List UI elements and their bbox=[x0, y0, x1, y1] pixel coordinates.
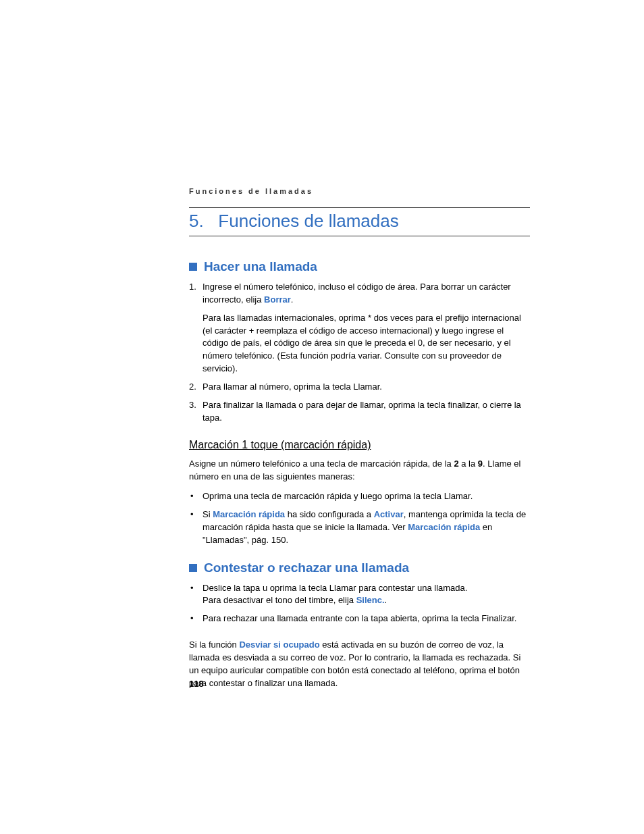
bullet-icon: • bbox=[189, 613, 203, 625]
bullet-list: • Oprima una tecla de marcación rápida y… bbox=[189, 490, 530, 546]
item-content: Si Marcación rápida ha sido configurada … bbox=[203, 509, 530, 547]
item-content: Ingrese el número telefónico, incluso el… bbox=[203, 281, 530, 375]
page-number: 118 bbox=[189, 679, 204, 689]
bold-text: 2 bbox=[454, 459, 458, 469]
text: Asigne un número telefónico a una tecla … bbox=[189, 459, 454, 469]
text: Si bbox=[203, 509, 213, 519]
text: Para desactivar el tono del timbre, elij… bbox=[203, 595, 356, 605]
bullet-list: • Deslice la tapa u oprima la tecla Llam… bbox=[189, 582, 530, 626]
list-item: • Oprima una tecla de marcación rápida y… bbox=[189, 490, 530, 503]
text: . bbox=[291, 294, 294, 305]
list-item: • Si Marcación rápida ha sido configurad… bbox=[189, 509, 530, 547]
link-activar[interactable]: Activar bbox=[374, 509, 404, 519]
section-title-text: Contestar o rechazar una llamada bbox=[204, 561, 409, 575]
text: . bbox=[385, 595, 387, 605]
text: ha sido configurada a bbox=[285, 509, 374, 519]
paragraph: Asigne un número telefónico a una tecla … bbox=[189, 458, 530, 484]
square-bullet-icon bbox=[189, 564, 197, 572]
bold-text: 9 bbox=[478, 459, 483, 469]
bullet-icon: • bbox=[189, 582, 203, 608]
chapter-number: 5. bbox=[189, 211, 204, 231]
running-header: Funciones de llamadas bbox=[189, 187, 530, 195]
bullet-icon: • bbox=[189, 490, 203, 503]
section-contestar-rechazar: Contestar o rechazar una llamada bbox=[189, 561, 530, 575]
item-number: 1. bbox=[189, 281, 203, 375]
text: Si la función bbox=[189, 640, 239, 650]
paragraph: Si la función Desviar si ocupado está ac… bbox=[189, 639, 530, 689]
list-item: 3. Para finalizar la llamada o para deja… bbox=[189, 399, 530, 425]
text: Deslice la tapa u oprima la tecla Llamar… bbox=[203, 582, 530, 595]
square-bullet-icon bbox=[189, 263, 197, 271]
section-title-text: Hacer una llamada bbox=[204, 259, 317, 274]
item-content: Deslice la tapa u oprima la tecla Llamar… bbox=[203, 582, 530, 608]
list-item: • Para rechazar una llamada entrante con… bbox=[189, 613, 530, 625]
ordered-list: 1. Ingrese el número telefónico, incluso… bbox=[189, 281, 530, 424]
item-content: Para finalizar la llamada o para dejar d… bbox=[203, 399, 530, 425]
text: Ingrese el número telefónico, incluso el… bbox=[203, 282, 511, 305]
chapter-title: 5. Funciones de llamadas bbox=[189, 207, 530, 236]
text-line: Para desactivar el tono del timbre, elij… bbox=[203, 594, 530, 607]
subsection-marcacion-rapida: Marcación 1 toque (marcación rápida) bbox=[189, 439, 530, 451]
link-silenc[interactable]: Silenc. bbox=[356, 595, 385, 605]
list-item: • Deslice la tapa u oprima la tecla Llam… bbox=[189, 582, 530, 608]
list-item: 2. Para llamar al número, oprima la tecl… bbox=[189, 381, 530, 394]
item-number: 2. bbox=[189, 381, 203, 394]
item-content: Para rechazar una llamada entrante con l… bbox=[203, 613, 530, 625]
chapter-name: Funciones de llamadas bbox=[218, 211, 398, 231]
sub-paragraph: Para las llamadas internacionales, oprim… bbox=[203, 312, 530, 375]
section-hacer-llamada: Hacer una llamada bbox=[189, 259, 530, 274]
link-marcacion-rapida-ref[interactable]: Marcación rápida bbox=[408, 522, 480, 532]
link-marcacion-rapida[interactable]: Marcación rápida bbox=[213, 509, 285, 519]
link-borrar[interactable]: Borrar bbox=[264, 294, 291, 305]
list-item: 1. Ingrese el número telefónico, incluso… bbox=[189, 281, 530, 375]
item-content: Oprima una tecla de marcación rápida y l… bbox=[203, 490, 530, 503]
link-desviar-ocupado[interactable]: Desviar si ocupado bbox=[239, 640, 319, 650]
item-content: Para llamar al número, oprima la tecla L… bbox=[203, 381, 530, 394]
bullet-icon: • bbox=[189, 509, 203, 547]
item-number: 3. bbox=[189, 399, 203, 425]
text: a la bbox=[459, 459, 478, 469]
